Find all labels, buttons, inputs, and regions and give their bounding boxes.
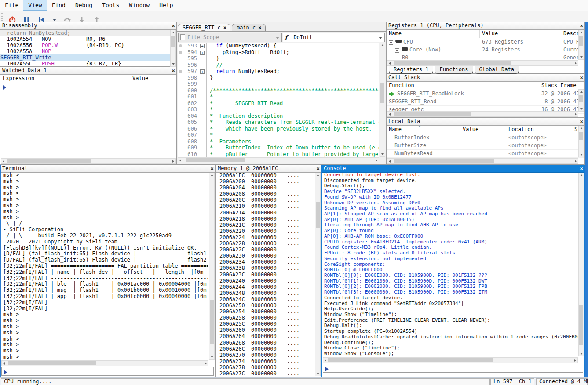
close-icon[interactable]: × [172, 22, 175, 29]
expand-margin[interactable] [199, 126, 206, 132]
memory-row[interactable]: 2006A25400000000.... [219, 309, 314, 315]
close-icon[interactable]: × [210, 165, 214, 172]
memory-row[interactable]: 2006A25800000000.... [219, 315, 314, 321]
local-data-hscrollbar[interactable] [387, 158, 578, 164]
code-line[interactable]: 607* [178, 132, 379, 138]
column-location[interactable]: Location [506, 126, 572, 134]
memory-row[interactable]: 2006A22800000000.... [219, 240, 314, 247]
breakpoint-margin[interactable] [178, 49, 184, 56]
breakpoint-margin[interactable] [178, 119, 184, 126]
breakpoint-margin[interactable] [178, 43, 184, 49]
function-dropdown[interactable]: ƒ_DoInit [283, 33, 385, 42]
expand-margin[interactable] [199, 62, 206, 69]
code-line[interactable]: 594+ pRing->RdOff = RdOff; [178, 49, 379, 56]
terminal-output[interactable]: msh >msh >msh >msh >msh >msh >msh >msh >… [1, 172, 208, 360]
expand-margin[interactable] [199, 94, 206, 100]
code-line[interactable]: 599 [178, 81, 379, 87]
close-icon[interactable]: × [223, 25, 226, 31]
expand-margin[interactable] [199, 119, 206, 126]
asm-instruction-row[interactable]: 1002A55C PUSH {R3-R7, LR} [0, 61, 176, 67]
close-icon[interactable]: × [316, 165, 320, 172]
memory-row[interactable]: 2006A20C00000000.... [219, 197, 314, 203]
memory-row[interactable]: 2006A23800000000.... [219, 265, 314, 271]
menu-item-help[interactable]: Help [154, 0, 178, 10]
memory-row[interactable]: 2006A24C00000000.... [219, 296, 314, 302]
memory-row[interactable]: 2006A26000000000.... [219, 327, 314, 333]
console-vscrollbar[interactable] [578, 173, 584, 356]
local-data-vscrollbar[interactable] [578, 126, 584, 157]
column-function[interactable]: Function [387, 82, 539, 90]
console-output[interactable]: Connection to target device lost.Disconn… [322, 172, 578, 356]
memory-row[interactable]: 2006A26400000000.... [219, 333, 314, 339]
memory-row[interactable]: 2006A22C00000000.... [219, 247, 314, 253]
memory-row[interactable]: 2006A20400000000.... [219, 185, 314, 191]
menu-item-file[interactable]: File [0, 0, 23, 10]
memory-row[interactable]: 2006A27000000000.... [219, 352, 314, 358]
registers-vscrollbar[interactable] [578, 30, 584, 60]
column-value[interactable]: Value [460, 126, 506, 134]
column-value[interactable]: Value [130, 75, 176, 83]
expand-plus-icon[interactable]: + [200, 44, 205, 48]
memory-row[interactable]: 2006A24000000000.... [219, 278, 314, 284]
menu-item-view[interactable]: View [23, 0, 47, 10]
expand-plus-icon[interactable]: + [200, 51, 205, 55]
breakpoint-margin[interactable] [178, 68, 184, 75]
collapse-minus-icon[interactable]: − [389, 40, 393, 45]
expand-margin[interactable] [199, 138, 206, 145]
call-stack-hscrollbar[interactable] [387, 111, 578, 117]
expand-margin[interactable] [199, 106, 206, 113]
call-stack-vscrollbar[interactable] [578, 89, 584, 112]
terminal-hscrollbar[interactable] [1, 360, 208, 366]
column-expression[interactable]: Expression [0, 75, 130, 83]
code-line[interactable]: 606* which have been previously stored b… [178, 126, 379, 132]
console-input[interactable] [323, 364, 583, 373]
code-line[interactable]: 604* Function description [178, 113, 379, 120]
expand-margin[interactable]: + [199, 43, 206, 49]
memory-row[interactable]: 2006A27800000000.... [219, 364, 314, 370]
expand-plus-icon[interactable]: + [200, 69, 205, 74]
code-editor[interactable]: 593+ if (NumBytesRead) {594+ pRing->RdOf… [178, 43, 379, 157]
memory-row[interactable]: 2006A21400000000.... [219, 210, 314, 216]
memory-row[interactable]: 2006A23400000000.... [219, 259, 314, 265]
call-stack-row[interactable]: SEGGER_RTT_Read 8 @ 2006 4300 [387, 98, 584, 106]
column-name[interactable]: Name^ [387, 126, 460, 134]
code-line[interactable]: 595 } [178, 55, 379, 62]
breakpoint-margin[interactable] [178, 106, 184, 113]
code-line[interactable]: 597+ return NumBytesRead; [178, 68, 379, 75]
memory-row[interactable]: 2006A23C00000000.... [219, 272, 314, 278]
close-icon[interactable]: × [172, 67, 175, 74]
code-line[interactable]: 593+ if (NumBytesRead) { [178, 43, 379, 49]
memory-row[interactable]: 2006A20800000000.... [219, 191, 314, 197]
registers-hscrollbar[interactable] [387, 60, 578, 66]
breakpoint-margin[interactable] [178, 87, 184, 94]
column-value[interactable]: Value [480, 30, 561, 38]
memory-vscrollbar[interactable] [315, 173, 321, 376]
breakpoint-margin[interactable] [178, 75, 184, 81]
code-line[interactable]: 610* pBuffer Pointer to buffer provided … [178, 151, 379, 157]
menu-item-debug[interactable]: Debug [70, 0, 97, 10]
editor-vscrollbar[interactable] [380, 43, 385, 157]
breakpoint-margin[interactable] [178, 151, 184, 157]
close-icon[interactable]: × [580, 118, 583, 125]
column-stack-frame[interactable]: Stack Frame [539, 82, 584, 90]
memory-row[interactable]: 2006A26800000000.... [219, 340, 314, 346]
memory-row[interactable]: 2006A24800000000.... [219, 290, 314, 296]
breakpoint-margin[interactable] [178, 138, 184, 145]
memory-row[interactable]: 2006A22400000000.... [219, 234, 314, 240]
code-line[interactable]: 596 // [178, 62, 379, 69]
memory-row[interactable]: 2006A25000000000.... [219, 302, 314, 309]
memory-row[interactable]: 2006A27C00000000.... [219, 370, 314, 376]
breakpoint-margin[interactable] [178, 62, 184, 69]
memory-row[interactable]: 2006A21800000000.... [219, 216, 314, 222]
tab-functions[interactable]: Functions [435, 66, 473, 74]
memory-row[interactable]: 2006A23000000000.... [219, 253, 314, 259]
memory-row[interactable]: 2006A21000000000.... [219, 203, 314, 209]
memory-row[interactable]: 2006A25C00000000.... [219, 321, 314, 327]
watched-data-body[interactable] [0, 83, 176, 158]
breakpoint-margin[interactable] [178, 100, 184, 107]
memory-row[interactable]: 2006A27400000000.... [219, 358, 314, 364]
console-hscrollbar[interactable] [323, 357, 578, 363]
expand-margin[interactable] [199, 113, 206, 120]
local-data-row[interactable]: BufferSize<outofscope> [387, 142, 584, 150]
breakpoint-margin[interactable] [178, 55, 184, 62]
